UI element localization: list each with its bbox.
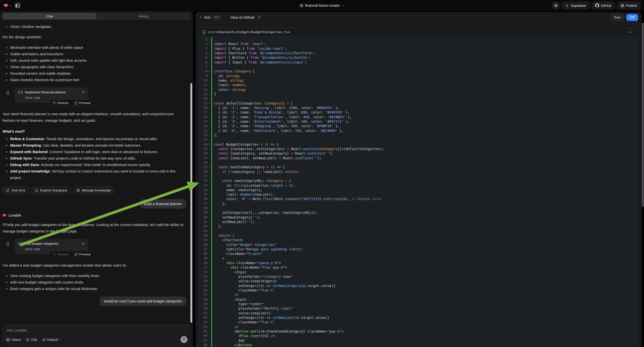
mode-selector[interactable]: Default [42, 338, 62, 342]
explore-supabase-button[interactable]: Explore Supabase [31, 186, 71, 194]
fold-spacer [207, 202, 211, 206]
github-icon [595, 4, 599, 8]
chat-paragraph: I'll help you add budget categories to t… [2, 222, 187, 234]
preview-button[interactable]: Preview [72, 251, 93, 258]
bullet-text: Master Prompting: Use clear, detailed, a… [10, 142, 142, 148]
fold-spacer [207, 119, 211, 124]
code-text: id: String(categories.length + 1), [211, 183, 638, 188]
code-line: 4import ChartCard from '@/components/ui/… [200, 51, 638, 55]
bookmark-icon[interactable] [6, 242, 10, 246]
project-switcher[interactable]: financial-future-creator [300, 0, 344, 11]
restore-button[interactable]: Restore [50, 251, 72, 258]
code-text: <Plus size={16} /> [211, 334, 638, 338]
bullet-dot [6, 54, 7, 55]
tab-history[interactable]: History [96, 13, 191, 20]
fold-spacer [207, 160, 211, 165]
tab-chat[interactable]: Chat [2, 13, 96, 20]
chat-history-tabs: Chat History [2, 12, 191, 20]
bullet-text: Clean typography with clear hierarchies [10, 64, 74, 70]
code-line: 41 setNewLimit(''); [200, 220, 638, 224]
list-item: View existing budget categories with the… [2, 272, 187, 279]
code-line: 10 name: string; [200, 78, 638, 83]
code-line: 53 placeholder="Category name" [200, 274, 638, 279]
line-number: 58 [200, 297, 207, 302]
code-line: 37 }; [200, 202, 638, 206]
fold-spacer [207, 270, 211, 274]
code-line: 29 const handleAddCategory = () => { [200, 165, 638, 169]
fold-spacer [207, 288, 211, 292]
view-code-link[interactable]: View code [25, 96, 85, 100]
line-number: 55 [200, 284, 207, 288]
fold-spacer [207, 37, 211, 42]
line-number: 66 [200, 334, 207, 338]
line-number: 47 [200, 247, 207, 252]
preview-button[interactable]: Preview [72, 100, 93, 106]
code-change-title-row: Implement financial planner [18, 90, 85, 94]
raw-toggle-button[interactable]: Raw [611, 14, 624, 21]
code-line: 64 /> [200, 324, 638, 329]
line-number: 6 [200, 60, 207, 64]
file-header[interactable]: src/components/budget/BudgetCategories.t… [200, 28, 638, 36]
view-code-link[interactable]: View code [25, 247, 85, 251]
fold-spacer [207, 233, 211, 238]
code-line: 42 }; [200, 224, 638, 228]
bullet-text: Glass-morphic elements for a premium fee… [10, 77, 79, 83]
bullet-text: Clean, intuitive navigation [10, 24, 51, 30]
code-line: 14 [200, 96, 638, 101]
code-line: 50 <div className="space-y-6"> [200, 260, 638, 265]
publish-button[interactable]: Publish [617, 2, 640, 9]
sidebar-toggle-button[interactable] [14, 2, 21, 9]
knowledge-box-icon [76, 189, 80, 192]
send-button[interactable]: ↑ [180, 336, 188, 343]
chip-label: Explore Supabase [40, 188, 68, 192]
code-panel-scrollbar[interactable] [642, 23, 644, 207]
fold-toggle-icon[interactable] [207, 165, 211, 169]
supabase-button[interactable]: Supabase [562, 2, 590, 9]
chat-paragraph: For the design aesthetic: [2, 34, 187, 40]
view-on-github-button[interactable]: View on GitHub [230, 16, 254, 20]
diff-toggle-button[interactable]: Diff [626, 14, 638, 21]
chat-scrollbar[interactable] [190, 83, 192, 322]
assistant-header: Lovable··· [2, 213, 187, 218]
code-text: Add [211, 338, 638, 343]
bullet-list: Minimalist interface with plenty of whit… [2, 44, 187, 83]
code-text: placeholder="Category name" [211, 274, 638, 279]
attach-button[interactable]: Attach [6, 338, 21, 342]
fold-spacer [207, 229, 211, 233]
code-line: 49 > [200, 256, 638, 260]
visit-docs-button[interactable]: Visit docs [2, 186, 29, 194]
code-line: 39 setCategories([...categories, newCate… [200, 210, 638, 215]
fold-spacer [207, 74, 211, 78]
chat-input[interactable]: Ask Lovable... Attach Edit Default [2, 324, 191, 346]
exit-button[interactable]: Exit [204, 16, 210, 20]
code-text: const BudgetCategories = () => { [211, 142, 638, 146]
code-line: 9 id: string; [200, 74, 638, 78]
code-text [211, 206, 638, 210]
message-menu-button[interactable]: ··· [179, 213, 185, 218]
code-text: return ( [211, 233, 638, 238]
restore-preview-group: RestorePreview [50, 251, 94, 258]
fold-toggle-icon[interactable] [207, 178, 211, 183]
line-number: 25 [200, 146, 207, 151]
bookmark-icon[interactable] [6, 90, 10, 95]
lovable-heart-icon [2, 213, 6, 217]
g-key-badge: G [257, 15, 262, 20]
lovable-logo-menu[interactable] [4, 3, 12, 8]
fold-toggle-icon[interactable] [207, 69, 211, 74]
edit-button[interactable]: Edit [26, 338, 37, 342]
fold-toggle-icon[interactable] [207, 101, 211, 106]
manage-knowledge-button[interactable]: Manage knowledge [73, 186, 114, 194]
code-line: 11 limit: number; [200, 83, 638, 87]
collapse-file-button[interactable] [626, 29, 634, 35]
fold-spacer [207, 156, 211, 160]
bullet-text: View existing budget categories with the… [10, 272, 99, 279]
line-number: 32 [200, 178, 207, 183]
code-text: { id: '5', name: 'Shopping', limit: 200,… [211, 124, 638, 128]
restore-button[interactable]: Restore [50, 100, 72, 106]
settings-button[interactable]: ⚙ [552, 2, 560, 9]
code-line: 40 setNewCategory(''); [200, 215, 638, 220]
fold-toggle-icon[interactable] [207, 142, 211, 146]
code-text: }; [211, 202, 638, 206]
bullet-dot [6, 60, 7, 61]
github-button[interactable]: GitHub [592, 2, 615, 9]
